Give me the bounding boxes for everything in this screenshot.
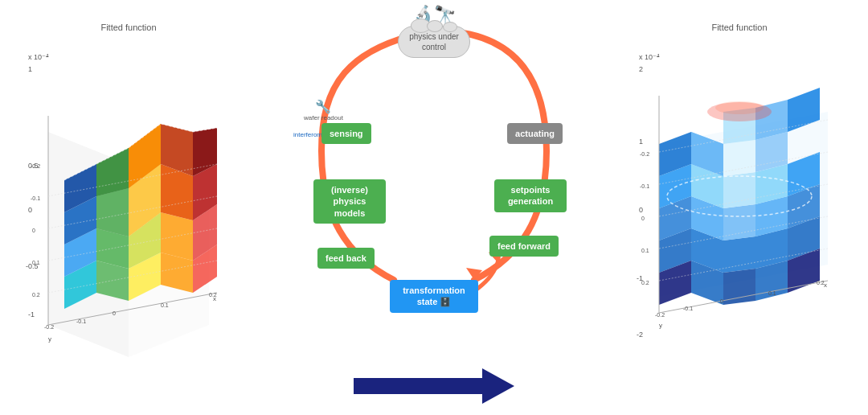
svg-text:0.2: 0.2	[209, 292, 217, 298]
transformation-state-label: transformationstate 🗄️	[403, 286, 465, 306]
svg-text:0: 0	[641, 216, 645, 221]
feedforward-label: feed forward	[497, 241, 551, 251]
big-arrow-svg	[354, 368, 514, 405]
svg-text:0.2: 0.2	[641, 280, 649, 286]
svg-text:y: y	[659, 322, 662, 329]
svg-text:-0.1: -0.1	[683, 306, 693, 311]
svg-text:0.1: 0.1	[641, 248, 649, 253]
machine-icon-area: 🔬🔭 physics under control	[398, 6, 470, 58]
main-container: Fitted function x 10⁻⁴ 1 0.5 0 -0.5 -1	[0, 0, 868, 415]
svg-text:0: 0	[32, 228, 35, 233]
svg-text:0: 0	[113, 310, 116, 316]
left-plot-title: Fitted function	[16, 23, 241, 32]
left-plot-svg: x 10⁻⁴ 1 0.5 0 -0.5 -1	[16, 35, 225, 373]
transformation-state-box: transformationstate 🗄️	[390, 280, 478, 313]
svg-text:0: 0	[720, 298, 723, 304]
actuating-label: actuating	[515, 129, 555, 138]
flow-diagram: 🔬🔭 physics under control 🔧 wafer readout	[297, 6, 571, 360]
cloud-label-line2: control	[422, 43, 446, 51]
feedback-box: feed back	[317, 248, 375, 269]
setpoints-generation-label: setpointsgeneration	[508, 185, 553, 206]
svg-text:1: 1	[28, 65, 32, 73]
svg-text:-0.2: -0.2	[44, 324, 54, 330]
left-plot: Fitted function x 10⁻⁴ 1 0.5 0 -0.5 -1	[16, 23, 241, 392]
svg-text:y: y	[48, 335, 51, 343]
wafer-readout-label: 🔧 wafer readout	[304, 99, 343, 122]
svg-marker-55	[354, 368, 514, 404]
svg-text:-0.1: -0.1	[31, 195, 40, 201]
svg-text:2: 2	[639, 65, 643, 73]
svg-text:x 10⁻⁴: x 10⁻⁴	[28, 53, 49, 61]
physics-models-label: (inverse)physicsmodels	[331, 185, 368, 218]
svg-text:0: 0	[639, 206, 643, 214]
svg-text:-0.2: -0.2	[655, 312, 665, 318]
svg-text:-0.1: -0.1	[640, 183, 649, 189]
sensing-label: sensing	[330, 129, 363, 138]
svg-text:0.2: 0.2	[817, 280, 825, 286]
svg-text:-0.2: -0.2	[31, 163, 40, 169]
cloud-label-line1: physics under	[409, 32, 459, 41]
svg-text:-2: -2	[637, 331, 643, 339]
svg-marker-17	[161, 212, 193, 261]
right-plot-title: Fitted function	[627, 23, 852, 32]
svg-text:-0.2: -0.2	[640, 151, 649, 157]
wafer-readout-text: wafer readout	[304, 114, 343, 122]
svg-marker-76	[723, 172, 755, 208]
svg-text:-1: -1	[28, 310, 35, 318]
svg-marker-71	[723, 204, 755, 240]
feedforward-box: feed forward	[489, 236, 559, 257]
svg-text:1: 1	[639, 138, 643, 146]
svg-text:0.2: 0.2	[32, 292, 40, 298]
right-plot-svg: x 10⁻⁴ 2 1 0 -1 -2	[627, 35, 836, 373]
svg-marker-52	[466, 268, 482, 280]
svg-marker-80	[723, 140, 755, 176]
big-arrow-container	[354, 368, 514, 408]
physics-models-box: (inverse)physicsmodels	[313, 179, 386, 224]
sensing-box: sensing	[321, 123, 371, 144]
setpoints-generation-box: setpointsgeneration	[494, 179, 567, 212]
svg-marker-29	[96, 188, 129, 236]
svg-text:0.1: 0.1	[768, 290, 776, 296]
actuating-box: actuating	[507, 123, 563, 144]
cloud-box: physics under control	[398, 26, 470, 58]
svg-text:-0.1: -0.1	[76, 318, 86, 324]
svg-text:x 10⁻⁴: x 10⁻⁴	[639, 53, 660, 61]
svg-text:0.1: 0.1	[32, 260, 40, 265]
right-plot: Fitted function x 10⁻⁴ 2 1 0 -1 -2	[627, 23, 852, 392]
svg-point-93	[715, 101, 764, 114]
svg-text:0: 0	[28, 206, 32, 214]
svg-text:0.1: 0.1	[161, 302, 169, 308]
svg-marker-66	[723, 236, 755, 273]
feedback-label: feed back	[326, 253, 366, 263]
